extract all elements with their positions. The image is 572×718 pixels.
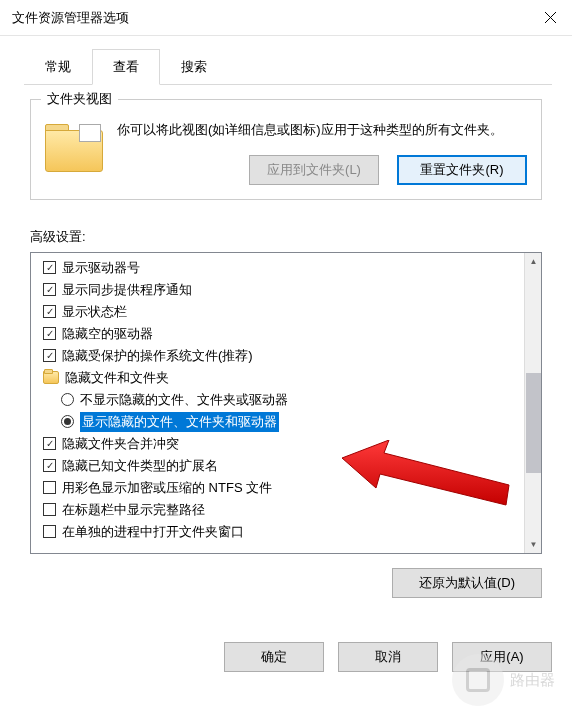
checkbox-icon[interactable]: ✓	[43, 437, 56, 450]
tree-item[interactable]: ✓隐藏空的驱动器	[31, 323, 524, 345]
tab-search[interactable]: 搜索	[160, 49, 228, 85]
window-title: 文件资源管理器选项	[12, 9, 129, 27]
restore-defaults-button[interactable]: 还原为默认值(D)	[392, 568, 542, 598]
tree-item-label: 显示状态栏	[62, 303, 127, 321]
tree-item-label: 显示同步提供程序通知	[62, 281, 192, 299]
tree-item[interactable]: 在标题栏中显示完整路径	[31, 499, 524, 521]
tree-item-label: 显示驱动器号	[62, 259, 140, 277]
radio-icon[interactable]	[61, 415, 74, 428]
folder-icon	[43, 371, 59, 384]
group-title: 文件夹视图	[41, 90, 118, 108]
ok-button[interactable]: 确定	[224, 642, 324, 672]
apply-to-folders-button[interactable]: 应用到文件夹(L)	[249, 155, 379, 185]
checkbox-icon[interactable]: ✓	[43, 459, 56, 472]
tree-item-label: 隐藏空的驱动器	[62, 325, 153, 343]
tree-item[interactable]: 隐藏文件和文件夹	[31, 367, 524, 389]
advanced-settings-tree: ✓显示驱动器号✓显示同步提供程序通知✓显示状态栏✓隐藏空的驱动器✓隐藏受保护的操…	[30, 252, 542, 554]
apply-button[interactable]: 应用(A)	[452, 642, 552, 672]
folder-icon	[45, 120, 103, 172]
tree-item-label: 隐藏文件和文件夹	[65, 369, 169, 387]
scroll-thumb[interactable]	[526, 373, 541, 473]
advanced-label: 高级设置:	[30, 228, 542, 246]
tree-item[interactable]: ✓隐藏受保护的操作系统文件(推荐)	[31, 345, 524, 367]
tree-item[interactable]: ✓隐藏文件夹合并冲突	[31, 433, 524, 455]
tree-item[interactable]: ✓显示驱动器号	[31, 257, 524, 279]
tree-item-label: 隐藏已知文件类型的扩展名	[62, 457, 218, 475]
tree-item-label: 在单独的进程中打开文件夹窗口	[62, 523, 244, 541]
tree-item[interactable]: ✓显示状态栏	[31, 301, 524, 323]
checkbox-icon[interactable]	[43, 525, 56, 538]
folder-views-group: 文件夹视图 你可以将此视图(如详细信息或图标)应用于这种类型的所有文件夹。 应用…	[30, 99, 542, 200]
reset-folders-button[interactable]: 重置文件夹(R)	[397, 155, 527, 185]
tree-item-label: 用彩色显示加密或压缩的 NTFS 文件	[62, 479, 272, 497]
radio-icon[interactable]	[61, 393, 74, 406]
scroll-down-icon[interactable]: ▼	[525, 536, 542, 553]
tab-general[interactable]: 常规	[24, 49, 92, 85]
checkbox-icon[interactable]	[43, 503, 56, 516]
titlebar: 文件资源管理器选项	[0, 0, 572, 36]
cancel-button[interactable]: 取消	[338, 642, 438, 672]
tree-item-label: 显示隐藏的文件、文件夹和驱动器	[80, 412, 279, 432]
scrollbar[interactable]: ▲ ▼	[524, 253, 541, 553]
dialog-footer: 确定 取消 应用(A)	[0, 628, 572, 686]
tree-item-label: 隐藏受保护的操作系统文件(推荐)	[62, 347, 253, 365]
checkbox-icon[interactable]: ✓	[43, 349, 56, 362]
tree-item[interactable]: 不显示隐藏的文件、文件夹或驱动器	[31, 389, 524, 411]
tree-item-label: 隐藏文件夹合并冲突	[62, 435, 179, 453]
checkbox-icon[interactable]	[43, 481, 56, 494]
tab-bar: 常规 查看 搜索	[24, 48, 552, 85]
checkbox-icon[interactable]: ✓	[43, 305, 56, 318]
tree-item[interactable]: ✓显示同步提供程序通知	[31, 279, 524, 301]
tree-item[interactable]: 显示隐藏的文件、文件夹和驱动器	[31, 411, 524, 433]
tab-view[interactable]: 查看	[92, 49, 160, 85]
group-description: 你可以将此视图(如详细信息或图标)应用于这种类型的所有文件夹。	[117, 120, 527, 141]
scroll-up-icon[interactable]: ▲	[525, 253, 542, 270]
tree-item[interactable]: ✓隐藏已知文件类型的扩展名	[31, 455, 524, 477]
tree-item[interactable]: 在单独的进程中打开文件夹窗口	[31, 521, 524, 543]
tree-item[interactable]: 用彩色显示加密或压缩的 NTFS 文件	[31, 477, 524, 499]
checkbox-icon[interactable]: ✓	[43, 261, 56, 274]
checkbox-icon[interactable]: ✓	[43, 327, 56, 340]
tree-item-label: 不显示隐藏的文件、文件夹或驱动器	[80, 391, 288, 409]
close-icon[interactable]	[540, 8, 560, 28]
tree-item-label: 在标题栏中显示完整路径	[62, 501, 205, 519]
checkbox-icon[interactable]: ✓	[43, 283, 56, 296]
